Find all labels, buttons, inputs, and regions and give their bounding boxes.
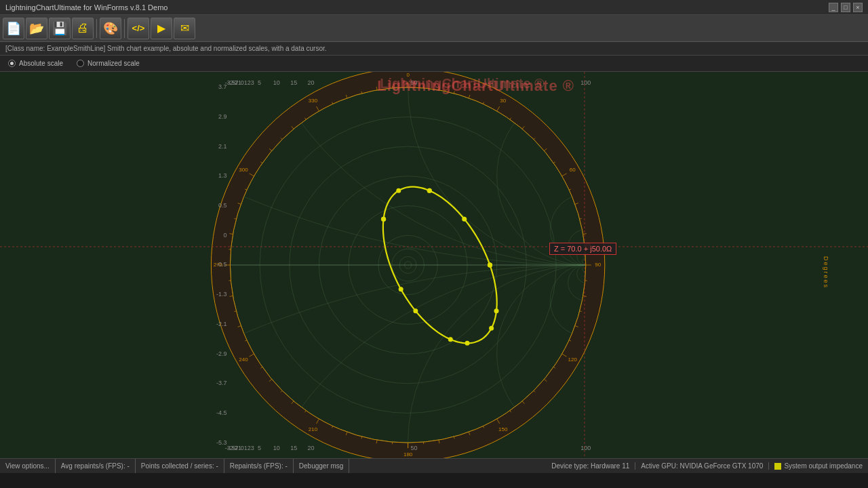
statusbar: View options... Avg repaints/s (FPS): - … [0,458,868,473]
minimize-button[interactable]: _ [829,3,838,12]
palette-button[interactable]: 🎨 [100,18,121,39]
toolbar-separator-1 [96,19,97,38]
fps-avg-item: Avg repaints/s (FPS): - [56,459,136,473]
absolute-scale-radio[interactable] [8,60,16,67]
device-type-item: Device type: Hardware 11 [546,462,635,470]
run-button[interactable]: ▶ [151,18,172,39]
open-button[interactable]: 📂 [26,18,47,39]
window-controls[interactable]: _ □ × [829,3,863,12]
subtitle-text: [Class name: ExampleSmithLine] Smith cha… [5,45,327,52]
fps-item: Repaints/s (FPS): - [224,459,294,473]
degrees-label: Degrees [823,256,829,289]
legend-color-dot [774,463,781,470]
points-collected-item: Points collected / series: - [136,459,224,473]
toolbar-separator-2 [124,19,125,38]
smith-chart-canvas[interactable] [0,72,868,473]
window-title: LightningChartUltimate for WinForms v.8.… [5,3,167,12]
legend-label: System output impedance [784,462,863,470]
scale-options-bar: Absolute scale Normalized scale [0,56,868,72]
legend-item: System output impedance [769,462,868,470]
status-right-section: Device type: Hardware 11 Active GPU: NVI… [546,462,868,470]
absolute-scale-label: Absolute scale [19,60,63,67]
view-options-item[interactable]: View options... [0,459,56,473]
absolute-scale-radio-fill [10,62,14,65]
save-button[interactable]: 💾 [49,18,71,39]
toolbar: 📄 📂 💾 🖨 🎨 </> ▶ ✉ [0,15,868,42]
print-button[interactable]: 🖨 [72,18,94,39]
debugger-item: Debugger msg [294,459,350,473]
normalized-scale-radio[interactable] [77,60,84,67]
email-button[interactable]: ✉ [174,18,195,39]
gpu-item: Active GPU: NVIDIA GeForce GTX 1070 [635,462,769,470]
subtitle-bar: [Class name: ExampleSmithLine] Smith cha… [0,42,868,56]
maximize-button[interactable]: □ [841,3,850,12]
new-button[interactable]: 📄 [3,18,24,39]
code-button[interactable]: </> [127,18,149,39]
normalized-scale-label: Normalized scale [87,60,140,67]
normalized-scale-option[interactable]: Normalized scale [77,60,140,67]
absolute-scale-option[interactable]: Absolute scale [8,60,63,67]
close-button[interactable]: × [853,3,863,12]
titlebar: LightningChartUltimate for WinForms v.8.… [0,0,868,15]
chart-area[interactable]: LightningChartUltimate ® Z = 70.0 + j50.… [0,72,868,473]
